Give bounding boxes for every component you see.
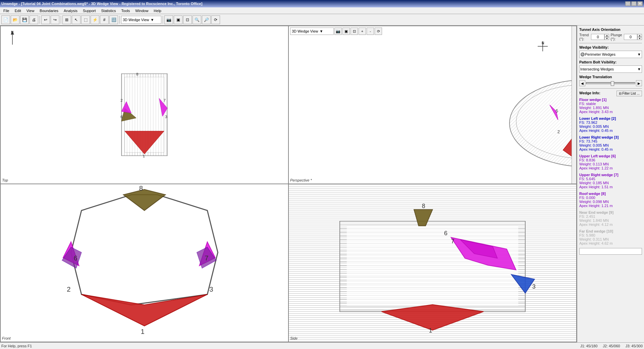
menu-statistics[interactable]: Statistics	[99, 8, 119, 13]
svg-text:1: 1	[141, 328, 145, 335]
top-viewport[interactable]: N	[0, 26, 288, 184]
wedge-fe-weight: Weight: 0.311 MN	[579, 237, 642, 241]
wedge-ul-name: Upper Left wedge [6]	[579, 154, 642, 158]
slider-left-btn[interactable]: ◀	[579, 80, 585, 86]
wedge-visibility-icon: 🔘	[580, 52, 585, 57]
wedge-search-input[interactable]	[579, 248, 642, 255]
trend-input[interactable]: 0	[591, 34, 604, 40]
svg-text:7: 7	[163, 98, 166, 102]
menu-support[interactable]: Support	[80, 8, 99, 13]
menu-tools[interactable]: Tools	[119, 8, 133, 13]
undo-button[interactable]: ↩	[41, 15, 50, 24]
svg-text:7: 7	[451, 238, 454, 245]
perspective-viewport-label: Perspective *	[290, 178, 312, 182]
svg-text:3: 3	[165, 114, 167, 119]
print-button[interactable]: 🖨	[30, 15, 38, 24]
front-viewport[interactable]: 6 7 1 2 3 8 Front	[0, 184, 288, 342]
perspective-toolbar: 3D Wedge View ▼ 📷 ▣ ⊡ + - ⟳	[290, 28, 575, 35]
zoom-out-button[interactable]: 🔎	[202, 15, 211, 24]
perspective-viewport[interactable]: 3D Wedge View ▼ 📷 ▣ ⊡ + - ⟳ N	[288, 26, 577, 184]
perspective-scrollbar-v[interactable]	[572, 26, 576, 184]
wedge-ne-name: Near End wedge [9]	[579, 210, 642, 214]
pattern-bolt-arrow: ▼	[637, 67, 641, 71]
wedge-visibility-value: Perimeter Wedges	[585, 52, 637, 56]
maximize-button[interactable]: □	[631, 1, 637, 6]
rotate-btn2[interactable]: ⟳	[375, 28, 382, 35]
search-area	[579, 248, 642, 255]
menu-analysis[interactable]: Analysis	[61, 8, 80, 13]
filter-list-button[interactable]: ⊟ Filter List ...	[616, 91, 642, 96]
svg-text:8: 8	[136, 72, 139, 76]
menu-window[interactable]: Window	[132, 8, 151, 13]
svg-marker-34	[71, 195, 218, 305]
plunge-spinner[interactable]: 0 ▲ ▼	[624, 34, 642, 40]
svg-text:7: 7	[205, 254, 208, 262]
redo-button[interactable]: ↪	[51, 15, 59, 24]
fit-btn2[interactable]: ⊡	[351, 28, 358, 35]
zoom-in-button[interactable]: 🔍	[193, 15, 201, 24]
wedge-ur-fs: FS: 5.645	[579, 177, 642, 181]
trend-spinner[interactable]: 0 ▲ ▼	[591, 34, 609, 40]
svg-text:3: 3	[532, 283, 536, 290]
rotate-button[interactable]: ⟳	[211, 15, 220, 24]
menu-file[interactable]: File	[1, 8, 12, 13]
grid-button[interactable]: ⊞	[62, 15, 71, 24]
zoom-in-btn2[interactable]: +	[359, 28, 366, 35]
side-viewport[interactable]: 8 1 6 7 3 Side	[288, 184, 577, 342]
pattern-bolt-title: Pattern Bolt Vsibility:	[579, 60, 642, 64]
slider-track[interactable]	[586, 82, 635, 84]
filter-label: Filter List ...	[622, 92, 640, 95]
perspective-svg: 1 2 7 5 3	[289, 26, 576, 184]
calc-button[interactable]: 🔢	[109, 15, 118, 24]
plunge-up-btn[interactable]: ▲	[637, 34, 642, 37]
slider-thumb[interactable]	[611, 81, 614, 86]
layout-btn2[interactable]: ▣	[342, 28, 350, 35]
menu-view[interactable]: View	[24, 8, 37, 13]
slider-right-btn[interactable]: ▶	[636, 80, 642, 86]
div2	[579, 88, 642, 89]
titlebar: Unwedge - [Tutorial 04 Joint Combination…	[0, 0, 644, 7]
j2-status: J2: 45/060	[603, 344, 620, 348]
open-button[interactable]: 📂	[11, 15, 19, 24]
menu-edit[interactable]: Edit	[12, 8, 24, 13]
pointer-button[interactable]: ↖	[72, 15, 80, 24]
trend-down-btn[interactable]: ▼	[604, 37, 609, 40]
fit-button[interactable]: ⊡	[183, 15, 192, 24]
trend-spinner-btns: ▲ ▼	[604, 34, 609, 40]
select-button[interactable]: ⬚	[81, 15, 90, 24]
wedge-ne-weight: Weight: 1.840 MN	[579, 218, 642, 222]
perspective-view-dropdown[interactable]: 3D Wedge View ▼	[290, 28, 334, 35]
sep3	[119, 16, 120, 24]
side-viewport-label: Side	[290, 336, 298, 340]
trend-up-btn[interactable]: ▲	[604, 34, 609, 37]
front-viewport-label: Front	[2, 336, 11, 340]
bolt-button[interactable]: ⚡	[91, 15, 99, 24]
svg-text:1: 1	[143, 154, 145, 158]
trend-row: Trend (°): 0 ▲ ▼ Plunge (°): 0 ▲ ▼	[579, 33, 642, 41]
wedge-ur-apex: Apex Height: 1.51 m	[579, 185, 642, 189]
wedge-ll-fs: FS: 73.962	[579, 120, 642, 124]
wedge-floor-fs: FS: stable	[579, 102, 642, 106]
zoom-out-btn2[interactable]: -	[367, 28, 374, 35]
camera-button[interactable]: 📷	[164, 15, 173, 24]
titlebar-title: Unwedge - [Tutorial 04 Joint Combination…	[1, 2, 202, 6]
close-button[interactable]: ✕	[637, 1, 643, 6]
plunge-down-btn[interactable]: ▼	[637, 37, 642, 40]
new-button[interactable]: 📄	[1, 15, 10, 24]
view-dropdown[interactable]: 3D Wedge View ▼	[121, 16, 161, 24]
save-button[interactable]: 💾	[20, 15, 29, 24]
wedge-ul-apex: Apex Height: 1.22 m	[579, 166, 642, 170]
wedge-translation-slider[interactable]: ◀ ▶	[579, 80, 642, 86]
cam-btn[interactable]: 📷	[334, 28, 342, 35]
wedge-visibility-dropdown[interactable]: 🔘 Perimeter Wedges ▼	[579, 51, 642, 58]
menu-help[interactable]: Help	[151, 8, 164, 13]
menu-boundaries[interactable]: Boundaries	[37, 8, 61, 13]
pattern-bolt-dropdown[interactable]: Intersecting Wedges ▼	[579, 65, 642, 73]
layout-button[interactable]: ▣	[174, 15, 182, 24]
num-button[interactable]: #	[100, 15, 109, 24]
dropdown-arrow-icon: ▼	[150, 18, 154, 22]
plunge-input[interactable]: 0	[624, 34, 637, 40]
svg-text:6: 6	[73, 254, 77, 262]
minimize-button[interactable]: ─	[625, 1, 631, 6]
plunge-spinner-btns: ▲ ▼	[637, 34, 642, 40]
